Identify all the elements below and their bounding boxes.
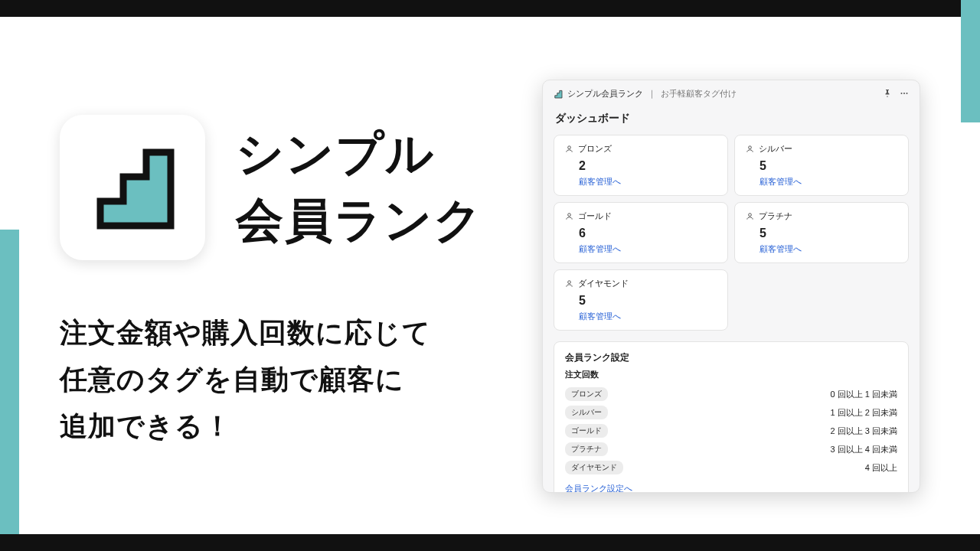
tier-range: 2 回以上 3 回未満 (831, 425, 897, 437)
tagline-line3: 追加できる！ (60, 403, 519, 449)
brand-row: シンプル 会員ランク (60, 115, 519, 260)
settings-row-diamond: ダイヤモンド 4 回以上 (565, 458, 897, 477)
person-icon (565, 145, 573, 153)
settings-title: 会員ランク設定 (565, 351, 897, 364)
svg-point-2 (901, 93, 903, 94)
decorative-bar-bottom (0, 534, 980, 551)
stairs-icon (87, 142, 178, 233)
person-icon (565, 212, 573, 220)
app-header-logo-icon (554, 90, 563, 99)
tier-value: 5 (579, 294, 717, 308)
tier-customer-link[interactable]: 顧客管理へ (579, 176, 717, 187)
decorative-bar-right (961, 0, 980, 122)
settings-row-bronze: ブロンズ 0 回以上 1 回未満 (565, 385, 897, 403)
tier-grid: ブロンズ 2 顧客管理へ シルバー 5 顧客管理へ (554, 135, 909, 331)
page-title: ダッシュボード (555, 112, 907, 126)
decorative-bar-left (0, 230, 19, 551)
tier-pill: ゴールド (565, 424, 608, 438)
tier-pill: プラチナ (565, 442, 608, 456)
decorative-bar-top (0, 0, 980, 17)
svg-point-7 (568, 214, 571, 217)
tier-card-bronze: ブロンズ 2 顧客管理へ (554, 135, 728, 196)
brand-name-line1: シンプル (236, 121, 483, 187)
app-logo-card (60, 115, 205, 260)
more-icon[interactable] (900, 89, 909, 99)
tier-range: 1 回以上 2 回未満 (831, 407, 897, 419)
svg-point-4 (906, 93, 908, 94)
tier-customer-link[interactable]: 顧客管理へ (760, 243, 897, 255)
brand-name: シンプル 会員ランク (236, 121, 483, 254)
app-window: シンプル会員ランク ｜ お手軽顧客タグ付け ダッシュボード (542, 80, 920, 493)
brand-name-line2: 会員ランク (236, 187, 483, 254)
settings-card: 会員ランク設定 注文回数 ブロンズ 0 回以上 1 回未満 シルバー 1 回以上… (554, 341, 909, 493)
tagline-line1: 注文金額や購入回数に応じて (60, 309, 519, 356)
settings-link[interactable]: 会員ランク設定へ (565, 483, 632, 493)
tier-range: 0 回以上 1 回未満 (831, 389, 897, 400)
tier-pill: ブロンズ (565, 387, 608, 401)
person-icon (565, 279, 573, 288)
person-icon (746, 145, 754, 153)
settings-row-platinum: プラチナ 3 回以上 4 回未満 (565, 440, 897, 458)
tier-name: シルバー (759, 143, 792, 155)
tier-range: 4 回以上 (865, 462, 897, 474)
svg-marker-1 (555, 90, 562, 98)
tier-pill: シルバー (565, 406, 608, 419)
tier-customer-link[interactable]: 顧客管理へ (760, 176, 897, 187)
tier-name: ダイヤモンド (578, 278, 629, 289)
pin-icon[interactable] (883, 89, 892, 99)
tier-card-platinum: プラチナ 5 顧客管理へ (734, 202, 909, 263)
tier-customer-link[interactable]: 顧客管理へ (579, 243, 717, 255)
tagline-line2: 任意のタグを自動で顧客に (60, 356, 519, 403)
tier-value: 5 (760, 227, 897, 240)
tier-customer-link[interactable]: 顧客管理へ (579, 311, 717, 322)
person-icon (746, 212, 754, 220)
settings-row-silver: シルバー 1 回以上 2 回未満 (565, 403, 897, 422)
tier-value: 6 (579, 227, 717, 240)
app-header-title: シンプル会員ランク (567, 88, 643, 99)
settings-row-gold: ゴールド 2 回以上 3 回未満 (565, 422, 897, 440)
svg-point-5 (568, 146, 571, 149)
tier-name: ゴールド (578, 210, 612, 222)
svg-point-9 (568, 281, 571, 284)
tier-card-diamond: ダイヤモンド 5 顧客管理へ (554, 269, 728, 331)
app-header: シンプル会員ランク ｜ お手軽顧客タグ付け (543, 80, 920, 106)
tier-card-gold: ゴールド 6 顧客管理へ (554, 202, 728, 263)
tier-card-silver: シルバー 5 顧客管理へ (734, 135, 909, 196)
tier-name: プラチナ (759, 210, 792, 222)
tagline: 注文金額や購入回数に応じて 任意のタグを自動で顧客に 追加できる！ (60, 309, 519, 450)
svg-point-8 (749, 214, 752, 217)
tier-range: 3 回以上 4 回未満 (831, 444, 897, 455)
svg-point-3 (903, 93, 905, 94)
app-header-subtitle: お手軽顧客タグ付け (661, 88, 737, 99)
tier-pill: ダイヤモンド (565, 461, 623, 474)
tier-value: 5 (760, 159, 897, 173)
app-header-separator: ｜ (648, 88, 656, 99)
svg-point-6 (749, 146, 752, 149)
tier-name: ブロンズ (578, 143, 612, 155)
tier-value: 2 (579, 159, 717, 173)
svg-marker-0 (100, 152, 171, 226)
settings-subtitle: 注文回数 (565, 369, 897, 380)
